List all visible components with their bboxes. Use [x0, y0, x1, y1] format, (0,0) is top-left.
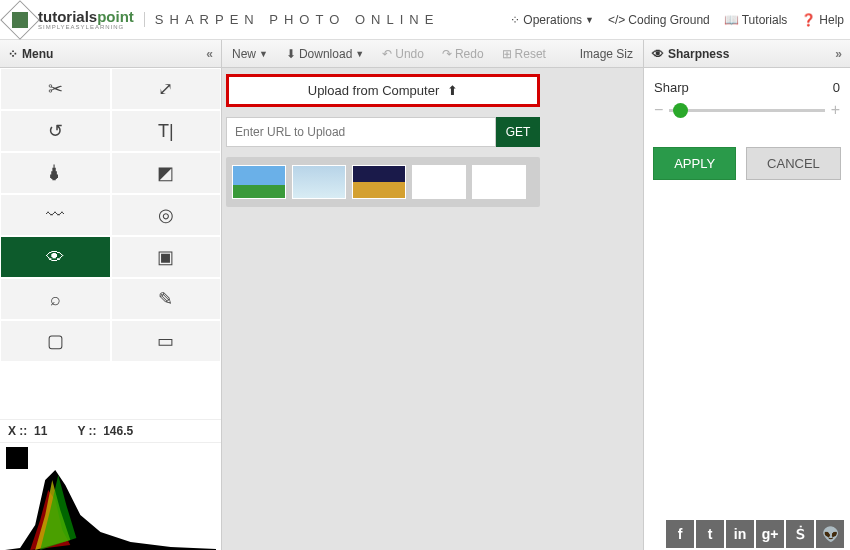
code-icon: </> — [608, 13, 625, 27]
menu-header[interactable]: ⁘ Menu « — [0, 40, 222, 67]
nav-coding[interactable]: </>Coding Ground — [608, 13, 710, 27]
twitter-icon[interactable]: t — [696, 520, 724, 548]
collapse-left-icon[interactable]: « — [206, 47, 213, 61]
crop-icon[interactable]: ✂ — [0, 68, 111, 110]
linkedin-icon[interactable]: in — [726, 520, 754, 548]
frame-icon[interactable]: ▭ — [111, 320, 222, 362]
undo-icon: ↶ — [382, 47, 392, 61]
nav-tutorials[interactable]: 📖Tutorials — [724, 13, 788, 27]
upload-from-computer-button[interactable]: Upload from Computer ⬆ — [226, 74, 540, 107]
sharp-slider[interactable] — [669, 109, 824, 112]
facebook-icon[interactable]: f — [666, 520, 694, 548]
menu-icon: ⁘ — [8, 47, 18, 61]
sample-thumb[interactable] — [472, 165, 526, 199]
target-icon[interactable]: ◎ — [111, 194, 222, 236]
eye-icon: 👁 — [652, 47, 664, 61]
cancel-button[interactable]: CANCEL — [746, 147, 841, 180]
decrease-button[interactable]: − — [654, 101, 663, 119]
wave-icon[interactable]: 〰 — [0, 194, 111, 236]
sharp-value: 0 — [833, 80, 840, 95]
redo-button[interactable]: ↷Redo — [442, 47, 484, 61]
logo[interactable]: tutorialspoint SIMPLYEASYLEARNING — [6, 6, 134, 34]
reset-button[interactable]: ⊞Reset — [502, 47, 546, 61]
y-label: Y :: — [77, 424, 96, 438]
image-size-label: Image Siz — [580, 47, 633, 61]
y-value: 146.5 — [103, 424, 133, 438]
rotate-icon[interactable]: ↺ — [0, 110, 111, 152]
stumble-icon[interactable]: Ṡ — [786, 520, 814, 548]
sample-thumb[interactable] — [292, 165, 346, 199]
collapse-right-icon[interactable]: » — [835, 47, 842, 61]
brand-sub: SIMPLYEASYLEARNING — [38, 24, 134, 30]
sample-thumb[interactable] — [232, 165, 286, 199]
image-icon[interactable]: ▣ — [111, 236, 222, 278]
increase-button[interactable]: + — [831, 101, 840, 119]
chevron-down-icon: ▼ — [585, 15, 594, 25]
upload-icon: ⬆ — [447, 83, 458, 98]
logo-mark — [0, 0, 40, 39]
search-icon[interactable]: ⌕ — [0, 278, 111, 320]
sample-thumbnails — [226, 157, 540, 207]
drop-icon[interactable]: 🌢 — [0, 152, 111, 194]
node-icon: ⁘ — [510, 13, 520, 27]
help-icon: ❓ — [801, 13, 816, 27]
download-button[interactable]: ⬇Download▼ — [286, 47, 364, 61]
brand-accent: point — [97, 8, 134, 25]
x-label: X :: — [8, 424, 27, 438]
histogram — [0, 442, 221, 550]
nav-help[interactable]: ❓Help — [801, 13, 844, 27]
nav-operations[interactable]: ⁘Operations▼ — [510, 13, 594, 27]
slider-thumb[interactable] — [673, 103, 688, 118]
url-input[interactable] — [226, 117, 496, 147]
get-button[interactable]: GET — [496, 117, 540, 147]
sample-thumb[interactable] — [412, 165, 466, 199]
gplus-icon[interactable]: g+ — [756, 520, 784, 548]
x-value: 11 — [34, 424, 47, 438]
reset-icon: ⊞ — [502, 47, 512, 61]
text-icon[interactable]: T| — [111, 110, 222, 152]
chevron-down-icon: ▼ — [259, 49, 268, 59]
apply-button[interactable]: APPLY — [653, 147, 736, 180]
reddit-icon[interactable]: 👽 — [816, 520, 844, 548]
undo-button[interactable]: ↶Undo — [382, 47, 424, 61]
download-icon: ⬇ — [286, 47, 296, 61]
chevron-down-icon: ▼ — [355, 49, 364, 59]
brush-icon[interactable]: ✎ — [111, 278, 222, 320]
page-title: SHARPEN PHOTO ONLINE — [144, 12, 439, 27]
levels-icon[interactable]: ◩ — [111, 152, 222, 194]
brand-main: tutorials — [38, 8, 97, 25]
sharpness-header: 👁 Sharpness » — [644, 40, 850, 67]
fullscreen-icon[interactable]: ⤢ — [111, 68, 222, 110]
bounds-icon[interactable]: ▢ — [0, 320, 111, 362]
sample-thumb[interactable] — [352, 165, 406, 199]
new-button[interactable]: New▼ — [232, 47, 268, 61]
sharp-label: Sharp — [654, 80, 689, 95]
book-icon: 📖 — [724, 13, 739, 27]
eye-icon[interactable]: 👁 — [0, 236, 111, 278]
redo-icon: ↷ — [442, 47, 452, 61]
